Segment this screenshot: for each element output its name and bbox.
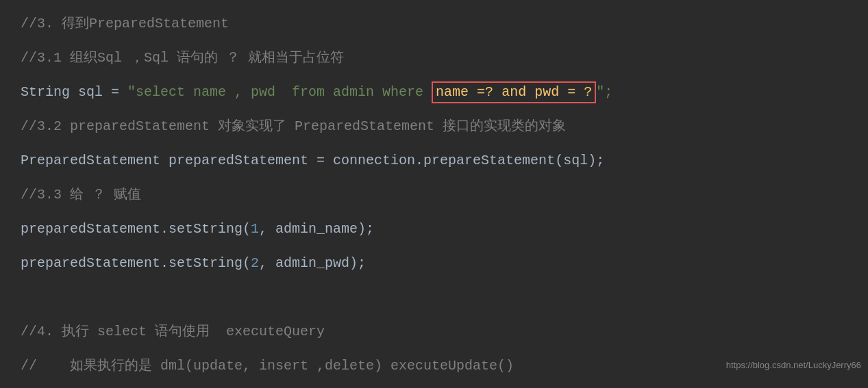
code-text: name =? and pwd = ? xyxy=(436,84,592,100)
comment-text: //4. 执行 select 语句使用 executeQuery xyxy=(21,315,325,349)
code-text: ResultSet resultSet = preparedStatement.… xyxy=(21,383,456,388)
watermark: https://blog.csdn.net/LuckyJerry66 xyxy=(726,348,861,383)
code-line-3: String sql = "select name , pwd from adm… xyxy=(21,75,847,109)
code-line-2: //3.1 组织Sql ，Sql 语句的 ？ 就相当于占位符 xyxy=(21,41,847,75)
code-line-11: // 如果执行的是 dml(update, insert ,delete) ex… xyxy=(21,349,847,383)
code-line-7: preparedStatement.setString(1, admin_nam… xyxy=(21,212,847,246)
highlighted-where-clause: name =? and pwd = ? xyxy=(432,81,596,103)
code-line-12: ResultSet resultSet = preparedStatement.… xyxy=(21,383,847,388)
code-editor: //3. 得到PreparedStatement //3.1 组织Sql ，Sq… xyxy=(0,0,868,388)
code-line-8: preparedStatement.setString(2, admin_pwd… xyxy=(21,246,847,281)
comment-text: //3.1 组织Sql ，Sql 语句的 ？ 就相当于占位符 xyxy=(21,41,344,75)
code-line-10: //4. 执行 select 语句使用 executeQuery xyxy=(21,315,847,349)
comment-text: //3.3 给 ？ 赋值 xyxy=(21,178,141,212)
code-text: preparedStatement.setString( xyxy=(21,212,251,246)
comment-text: // 如果执行的是 dml(update, insert ,delete) ex… xyxy=(21,349,514,383)
code-text: PreparedStatement preparedStatement = co… xyxy=(21,144,604,178)
string-end: "; xyxy=(596,75,612,109)
code-line-4: //3.2 preparedStatement 对象实现了 PreparedSt… xyxy=(21,109,847,144)
code-line-5: PreparedStatement preparedStatement = co… xyxy=(21,144,847,178)
code-text: , admin_pwd); xyxy=(259,246,366,281)
comment-text: //3.2 preparedStatement 对象实现了 PreparedSt… xyxy=(21,109,566,144)
comment-text: //3. 得到PreparedStatement xyxy=(21,7,229,41)
code-text: , admin_name); xyxy=(259,212,374,246)
number-literal: 2 xyxy=(251,246,259,281)
code-text: String sql = xyxy=(21,75,127,109)
code-line-6: //3.3 给 ？ 赋值 xyxy=(21,178,847,212)
number-literal: 1 xyxy=(251,212,259,246)
code-text: ); xyxy=(489,383,506,388)
code-line-1: //3. 得到PreparedStatement xyxy=(21,7,847,41)
string-start: "select name , pwd from admin where xyxy=(127,75,432,109)
code-line-9 xyxy=(21,281,847,315)
code-text: preparedStatement.setString( xyxy=(21,246,251,281)
